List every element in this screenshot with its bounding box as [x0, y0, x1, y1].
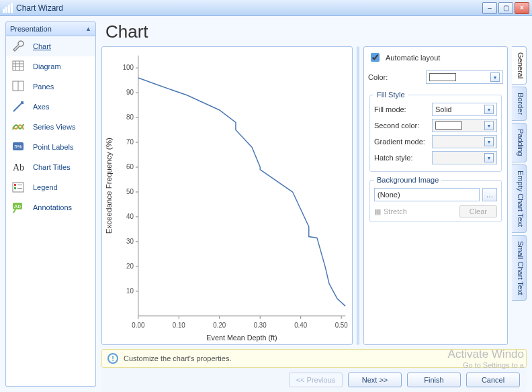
wizard-footer: << Previous Next >> Finish Cancel [101, 368, 527, 392]
sidebar-item-point-labels[interactable]: 5%Point Labels [6, 137, 95, 157]
tab-empty-chart-text[interactable]: Empty Chart Text [512, 164, 527, 233]
svg-text:0.50: 0.50 [335, 321, 348, 328]
cancel-button[interactable]: Cancel [466, 373, 520, 387]
sidebar: Presentation ▲ ChartDiagramPanesAxesSeri… [5, 21, 96, 387]
second-color-label: Second color: [374, 121, 428, 130]
svg-text:70: 70 [126, 138, 134, 146]
sidebar-item-label: Axes [33, 103, 49, 111]
property-tabs: GeneralBorderPaddingEmpty Chart TextSmal… [512, 46, 527, 345]
background-image-group: Background Image (None) … ▦ Stretch [369, 176, 502, 222]
color-swatch [429, 73, 456, 81]
sidebar-item-label: Series Views [33, 123, 75, 131]
svg-rect-0 [3, 9, 5, 13]
svg-rect-4 [13, 61, 24, 70]
series-icon [11, 120, 25, 134]
automatic-layout-label: Automatic layout [386, 54, 440, 62]
second-color-combo[interactable]: ▾ [432, 119, 497, 132]
svg-text:0.20: 0.20 [213, 321, 226, 328]
sidebar-item-legend[interactable]: Legend [6, 177, 95, 197]
svg-text:40: 40 [126, 213, 134, 220]
svg-text:Event Mean Depth (ft): Event Mean Depth (ft) [206, 333, 277, 341]
svg-text:20: 20 [126, 262, 134, 270]
sidebar-item-panes[interactable]: Panes [6, 77, 95, 97]
second-color-swatch [435, 121, 462, 130]
svg-text:Ab: Ab [13, 162, 24, 173]
svg-text:0.40: 0.40 [294, 321, 307, 328]
sidebar-header[interactable]: Presentation ▲ [5, 21, 96, 36]
sidebar-item-annotations[interactable]: AbAnnotations [6, 197, 95, 217]
legend-icon [11, 181, 25, 194]
titlebar: Chart Wizard – ▢ × [0, 0, 532, 16]
chart-preview: 1020304050607080901000.000.100.200.300.4… [101, 46, 353, 345]
next-button[interactable]: Next >> [348, 373, 402, 387]
sidebar-item-chart-titles[interactable]: AbChart Titles [6, 157, 95, 177]
sidebar-item-label: Legend [33, 183, 58, 191]
fill-mode-combo[interactable]: Solid ▾ [432, 103, 497, 116]
hatch-style-combo[interactable]: ▾ [432, 151, 497, 164]
gradient-mode-label: Gradient mode: [374, 138, 428, 146]
svg-text:Ab: Ab [14, 203, 21, 209]
sidebar-item-diagram[interactable]: Diagram [6, 56, 95, 77]
pointlabel-icon: 5% [11, 140, 25, 154]
sidebar-item-axes[interactable]: Axes [6, 97, 95, 117]
splitter[interactable] [357, 46, 359, 345]
titles-icon: Ab [11, 160, 25, 174]
svg-rect-2 [8, 5, 10, 13]
svg-text:100: 100 [123, 64, 134, 71]
sidebar-item-label: Annotations [33, 203, 72, 211]
gradient-mode-dropdown-button[interactable]: ▾ [484, 137, 494, 146]
page-title: Chart [105, 21, 527, 42]
background-image-path[interactable]: (None) [374, 188, 480, 201]
hint-text: Customize the chart's properties. [124, 354, 231, 362]
sidebar-item-label: Chart Titles [33, 163, 71, 171]
svg-text:50: 50 [126, 188, 134, 195]
tab-border[interactable]: Border [512, 87, 527, 121]
sidebar-item-chart[interactable]: Chart [6, 36, 95, 56]
fill-mode-dropdown-button[interactable]: ▾ [484, 105, 494, 114]
fill-style-group: Fill Style Fill mode: Solid ▾ Second col… [369, 91, 502, 172]
diagram-icon [11, 60, 25, 73]
finish-button[interactable]: Finish [407, 373, 461, 387]
svg-text:0.30: 0.30 [254, 321, 267, 328]
svg-text:Exceedance Frequency (%): Exceedance Frequency (%) [105, 138, 113, 234]
color-label: Color: [368, 73, 422, 81]
close-button[interactable]: × [515, 2, 529, 14]
sidebar-item-label: Diagram [33, 62, 61, 70]
annotations-icon: Ab [11, 201, 25, 214]
clear-button[interactable]: Clear [459, 205, 497, 217]
info-icon: ! [107, 353, 118, 364]
svg-rect-1 [5, 7, 7, 13]
minimize-button[interactable]: – [482, 2, 497, 14]
sidebar-item-series-views[interactable]: Series Views [6, 117, 95, 137]
previous-button[interactable]: << Previous [289, 373, 343, 387]
automatic-layout-checkbox[interactable] [371, 53, 380, 62]
svg-rect-15 [14, 184, 16, 186]
sidebar-item-label: Chart [33, 42, 51, 50]
sidebar-list: ChartDiagramPanesAxesSeries Views5%Point… [5, 36, 96, 387]
fill-style-legend: Fill Style [374, 91, 408, 99]
hatch-style-dropdown-button[interactable]: ▾ [484, 153, 494, 162]
gradient-mode-combo[interactable]: ▾ [432, 135, 497, 148]
color-dropdown-button[interactable]: ▾ [490, 72, 500, 82]
svg-text:10: 10 [126, 287, 134, 295]
panes-icon [11, 80, 25, 93]
tab-small-chart-text[interactable]: Small Chart Text [512, 235, 527, 301]
axes-icon [11, 100, 25, 113]
background-image-legend: Background Image [374, 176, 441, 184]
tab-padding[interactable]: Padding [512, 123, 527, 162]
app-icon [3, 3, 13, 13]
properties-panel: Automatic layout Color: ▾ Fill Style Fil… [363, 46, 508, 345]
svg-text:90: 90 [126, 89, 134, 96]
svg-text:30: 30 [126, 238, 134, 245]
stretch-label: Stretch [384, 207, 407, 215]
svg-rect-3 [11, 3, 13, 13]
svg-text:0.00: 0.00 [132, 321, 144, 328]
svg-text:60: 60 [126, 163, 134, 170]
background-image-path-value: (None) [378, 191, 400, 199]
color-combo[interactable]: ▾ [426, 70, 503, 84]
hint-bar: ! Customize the chart's properties. [101, 349, 527, 368]
tab-general[interactable]: General [512, 46, 527, 85]
second-color-dropdown-button[interactable]: ▾ [484, 121, 494, 130]
background-image-browse-button[interactable]: … [482, 188, 497, 201]
maximize-button[interactable]: ▢ [498, 2, 513, 14]
